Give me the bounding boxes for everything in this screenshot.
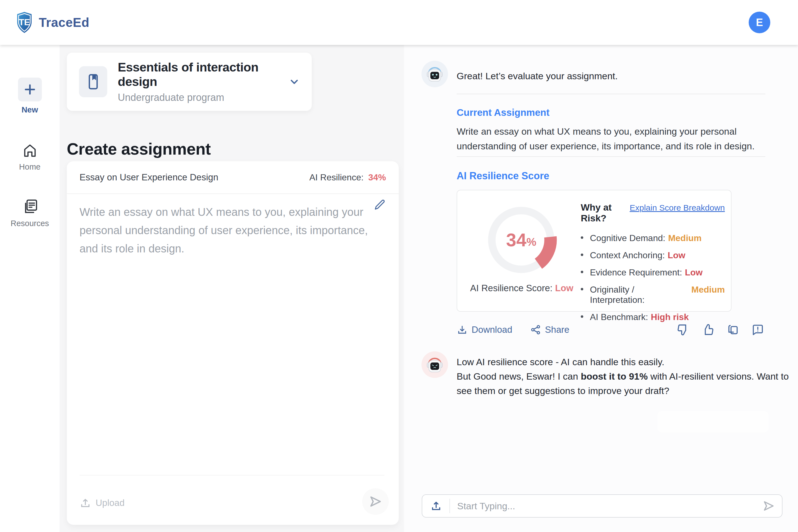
top-header: TE TraceEd E	[0, 0, 798, 45]
bullet-dot	[581, 271, 583, 273]
divider	[79, 475, 384, 475]
assignment-resilience: AI Resilience: 34%	[309, 172, 386, 183]
svg-text:TE: TE	[19, 17, 30, 27]
chat-upload-icon[interactable]	[430, 500, 442, 512]
risk-bullet: AI Benchmark:High risk	[581, 312, 725, 322]
app: TE TraceEd E New Home	[0, 0, 798, 532]
bullet-dot	[581, 236, 583, 239]
risk-bullet: Context Anchoring:Low	[581, 250, 725, 261]
download-label: Download	[472, 324, 512, 335]
score-actions: Download Share	[457, 323, 764, 336]
bot-avatar	[421, 60, 448, 88]
bookmark-icon	[85, 73, 101, 90]
copy-icon[interactable]	[726, 323, 739, 336]
create-assignment-panel: Essentials of interaction design Undergr…	[60, 45, 404, 532]
resilience-gauge: 34%	[485, 204, 557, 276]
faded-suggestion-chip	[657, 411, 768, 432]
score-section-heading: AI Resilience Score	[457, 170, 549, 182]
assignment-body: Write an essay on what UX means to you, …	[79, 203, 386, 258]
download-button[interactable]: Download	[457, 324, 512, 335]
page-title: Create assignment	[67, 140, 211, 158]
brand[interactable]: TE TraceEd	[16, 11, 90, 34]
share-button[interactable]: Share	[530, 324, 569, 335]
assignment-title: Essay on User Experience Design	[79, 172, 218, 183]
assignment-resilience-value: 34%	[368, 172, 386, 182]
share-icon	[530, 324, 541, 335]
documents-icon	[21, 198, 39, 215]
gauge-caption-value: Low	[555, 283, 573, 293]
why-title: Why at Risk?	[581, 202, 622, 224]
upload-icon	[79, 497, 91, 509]
risk-value: Low	[667, 250, 685, 261]
gauge-caption: AI Resilience Score: Low	[462, 283, 581, 293]
chat-text-input[interactable]	[450, 501, 762, 512]
chat-panel: Great! Let’s evaluate your assignment. C…	[404, 45, 798, 532]
divider	[457, 94, 765, 94]
download-icon	[457, 324, 468, 335]
risk-value: High risk	[651, 312, 689, 322]
sidebar-item-label: New	[22, 105, 38, 114]
assignment-resilience-label: AI Resilience:	[309, 172, 363, 182]
bullet-dot	[581, 253, 583, 256]
bullet-dot	[581, 315, 583, 318]
course-iconbox	[79, 66, 107, 97]
risk-value: Medium	[691, 285, 725, 295]
upload-label: Upload	[96, 498, 125, 508]
home-icon	[22, 142, 38, 158]
msg2-boost-bold: boost it to 91%	[581, 371, 648, 382]
risk-list: Cognitive Demand:Medium Context Anchorin…	[581, 233, 725, 322]
gauge-value: 34%	[485, 204, 557, 276]
report-icon[interactable]	[752, 323, 764, 336]
sidebar-item-new[interactable]: New	[0, 78, 60, 114]
sidebar-item-label: Home	[19, 163, 40, 172]
feedback-icons	[677, 323, 764, 336]
score-card: 34% AI Resilience Score: Low Why at Risk…	[457, 190, 732, 312]
bot-message: Great! Let’s evaluate your assignment.	[457, 69, 618, 83]
risk-value: Low	[685, 267, 703, 278]
current-assignment-heading: Current Assignment	[457, 107, 549, 118]
user-avatar[interactable]: E	[749, 12, 770, 33]
send-icon	[368, 494, 383, 509]
bot-avatar	[421, 351, 448, 378]
course-texts: Essentials of interaction design Undergr…	[118, 60, 277, 103]
divider	[457, 156, 765, 157]
new-box[interactable]	[18, 78, 42, 101]
traceed-logo-shield-icon: TE	[16, 11, 33, 34]
assignment-card: Essay on User Experience Design AI Resil…	[67, 161, 399, 525]
sidebar-item-resources[interactable]: Resources	[0, 198, 60, 228]
thumbs-up-icon[interactable]	[702, 323, 714, 336]
course-subtitle: Undergraduate program	[118, 92, 277, 103]
chat-input-bar	[422, 494, 782, 518]
submit-assignment-button[interactable]	[362, 488, 389, 515]
sidebar: New Home Resources	[0, 45, 60, 532]
msg2-line1: Low AI resilience score - AI can handle …	[457, 357, 664, 367]
upload-button[interactable]: Upload	[79, 497, 125, 509]
risk-bullet: Evidence Requirement:Low	[581, 267, 725, 278]
chevron-down-icon[interactable]	[288, 75, 301, 88]
thumbs-down-icon[interactable]	[677, 323, 689, 336]
assignment-card-header: Essay on User Experience Design AI Resil…	[67, 161, 399, 194]
msg2-line2-pre: But Good news, Eswar! I can	[457, 371, 581, 382]
why-at-risk: Why at Risk? Explain Score Breakdown Cog…	[581, 202, 725, 329]
course-selector[interactable]: Essentials of interaction design Undergr…	[67, 53, 312, 111]
sidebar-item-home[interactable]: Home	[0, 142, 60, 172]
brand-name: TraceEd	[39, 15, 90, 30]
assignment-prompt-textarea[interactable]: Write an essay on what UX means to you, …	[79, 203, 376, 258]
explain-breakdown-link[interactable]: Explain Score Breakdown	[629, 203, 725, 212]
pencil-icon[interactable]	[373, 198, 386, 211]
plus-icon	[23, 83, 36, 96]
risk-value: Medium	[668, 233, 702, 243]
sidebar-item-label: Resources	[11, 219, 49, 228]
risk-bullet: Cognitive Demand:Medium	[581, 233, 725, 243]
course-title: Essentials of interaction design	[118, 60, 277, 89]
bullet-dot	[581, 288, 583, 290]
risk-bullet: Originality / Interpretation:Medium	[581, 285, 725, 305]
bot-message: Low AI resilience score - AI can handle …	[457, 355, 798, 398]
share-label: Share	[545, 324, 569, 335]
chat-send-icon[interactable]	[762, 499, 775, 513]
current-assignment-body: Write an essay on what UX means to you, …	[457, 124, 795, 153]
